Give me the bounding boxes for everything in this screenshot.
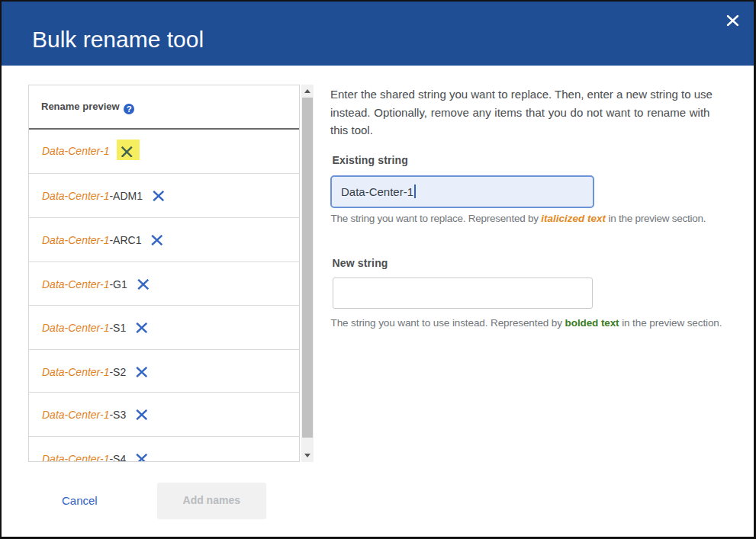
svg-text:?: ? [126,104,131,114]
